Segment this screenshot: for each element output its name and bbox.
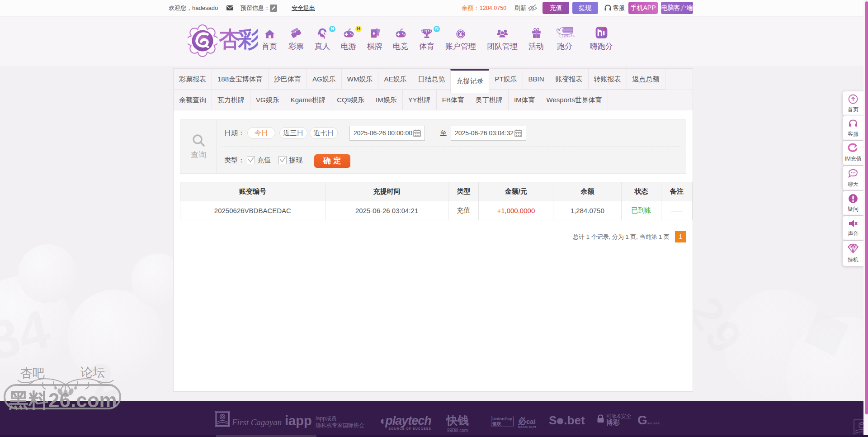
svg-text:むょ丑 養中工作室: むょ丑 養中工作室 (559, 35, 575, 38)
